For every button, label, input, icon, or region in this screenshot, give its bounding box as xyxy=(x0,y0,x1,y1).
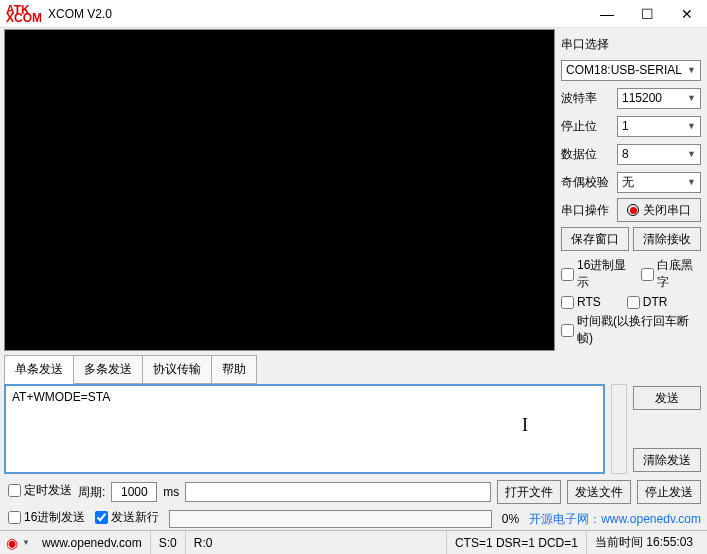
send-button[interactable]: 发送 xyxy=(633,386,701,410)
tab-single-send[interactable]: 单条发送 xyxy=(4,355,74,384)
data-label: 数据位 xyxy=(561,146,617,163)
app-logo: ATKXCOM xyxy=(6,6,42,22)
progress-bar xyxy=(169,510,491,528)
parity-select[interactable]: 无 ▼ xyxy=(617,172,701,193)
timed-send-checkbox[interactable]: 定时发送 xyxy=(8,482,72,499)
scrollbar[interactable] xyxy=(611,384,627,474)
close-button[interactable]: ✕ xyxy=(667,0,707,28)
minimize-button[interactable]: — xyxy=(587,0,627,28)
tab-protocol[interactable]: 协议传输 xyxy=(142,355,212,384)
dtr-checkbox[interactable]: DTR xyxy=(627,295,668,309)
close-port-button[interactable]: 关闭串口 xyxy=(617,198,701,222)
chevron-down-icon[interactable]: ▼ xyxy=(18,538,34,547)
stop-label: 停止位 xyxy=(561,118,617,135)
chevron-down-icon: ▼ xyxy=(687,65,696,75)
status-time: 当前时间 16:55:03 xyxy=(587,531,701,554)
newline-checkbox[interactable]: 发送新行 xyxy=(95,509,159,526)
watermark-link[interactable]: 开源电子网：www.openedv.com xyxy=(529,511,701,528)
parity-label: 奇偶校验 xyxy=(561,174,617,191)
timestamp-checkbox[interactable]: 时间戳(以换行回车断帧) xyxy=(561,313,701,347)
port-select[interactable]: COM18:USB-SERIAL ▼ xyxy=(561,60,701,81)
progress-percent: 0% xyxy=(502,512,519,526)
hex-display-checkbox[interactable]: 16进制显示 xyxy=(561,257,633,291)
stop-select[interactable]: 1 ▼ xyxy=(617,116,701,137)
send-input[interactable] xyxy=(4,384,605,474)
send-file-button[interactable]: 发送文件 xyxy=(567,480,631,504)
rts-checkbox[interactable]: RTS xyxy=(561,295,601,309)
period-label: 周期: xyxy=(78,484,105,501)
period-input[interactable] xyxy=(111,482,157,502)
chevron-down-icon: ▼ xyxy=(687,121,696,131)
chevron-down-icon: ▼ xyxy=(687,93,696,103)
window-title: XCOM V2.0 xyxy=(48,7,587,21)
clear-send-button[interactable]: 清除发送 xyxy=(633,448,701,472)
status-icon: ◉ xyxy=(6,535,18,551)
maximize-button[interactable]: ☐ xyxy=(627,0,667,28)
op-label: 串口操作 xyxy=(561,202,617,219)
open-file-button[interactable]: 打开文件 xyxy=(497,480,561,504)
hex-send-checkbox[interactable]: 16进制发送 xyxy=(8,509,85,526)
tab-help[interactable]: 帮助 xyxy=(211,355,257,384)
status-sent: S:0 xyxy=(151,531,186,554)
serial-section-title: 串口选择 xyxy=(561,36,701,53)
white-bg-checkbox[interactable]: 白底黑字 xyxy=(641,257,701,291)
clear-recv-button[interactable]: 清除接收 xyxy=(633,227,701,251)
save-window-button[interactable]: 保存窗口 xyxy=(561,227,629,251)
status-recv: R:0 xyxy=(186,531,447,554)
receive-terminal[interactable] xyxy=(4,29,555,351)
file-path-input[interactable] xyxy=(185,482,491,502)
stop-send-button[interactable]: 停止发送 xyxy=(637,480,701,504)
baud-label: 波特率 xyxy=(561,90,617,107)
tab-multi-send[interactable]: 多条发送 xyxy=(73,355,143,384)
baud-select[interactable]: 115200 ▼ xyxy=(617,88,701,109)
chevron-down-icon: ▼ xyxy=(687,149,696,159)
data-select[interactable]: 8 ▼ xyxy=(617,144,701,165)
chevron-down-icon: ▼ xyxy=(687,177,696,187)
record-icon xyxy=(627,204,639,216)
ms-label: ms xyxy=(163,485,179,499)
status-url[interactable]: www.openedv.com xyxy=(34,531,151,554)
status-signals: CTS=1 DSR=1 DCD=1 xyxy=(447,531,587,554)
